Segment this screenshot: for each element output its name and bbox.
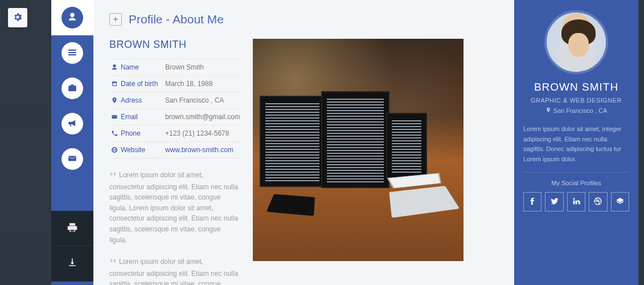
nav-resume[interactable] bbox=[51, 35, 93, 71]
envelope-icon bbox=[109, 113, 120, 120]
avatar bbox=[544, 10, 608, 74]
quote-icon bbox=[109, 170, 117, 182]
info-row-email: Email brown.smith@gmail.com bbox=[109, 109, 240, 125]
person-icon bbox=[109, 64, 120, 71]
linkedin-icon bbox=[572, 197, 581, 207]
social-dribbble[interactable] bbox=[589, 192, 607, 211]
social-twitter[interactable] bbox=[545, 192, 563, 211]
nav-portfolio[interactable] bbox=[51, 71, 93, 106]
person-icon bbox=[67, 12, 77, 24]
nav-contact[interactable] bbox=[51, 141, 93, 177]
sidebar-name: BROWN SMITH bbox=[523, 81, 629, 93]
info-row-phone: Phone +123 (21) 1234-5678 bbox=[109, 125, 240, 142]
briefcase-icon bbox=[67, 83, 77, 95]
workspace-photo bbox=[253, 39, 463, 261]
profile-sidebar: BROWN SMITH GRAPHIC & WEB DESIGNER San F… bbox=[514, 0, 638, 285]
info-row-name: Name Brown Smith bbox=[109, 59, 240, 76]
social-profiles-title: My Social Profiles bbox=[523, 180, 629, 186]
phone-icon bbox=[109, 130, 120, 137]
nav-profile[interactable] bbox=[51, 0, 93, 35]
website-link[interactable]: www.brown-smith.com bbox=[165, 146, 233, 154]
quote-icon bbox=[109, 257, 117, 268]
nav-blog[interactable] bbox=[51, 106, 93, 141]
page-title: + Profile - About Me bbox=[109, 13, 498, 26]
pin-icon bbox=[545, 107, 551, 114]
facebook-icon bbox=[528, 197, 537, 207]
print-icon bbox=[67, 222, 78, 235]
envelope-icon bbox=[67, 153, 77, 165]
print-button[interactable] bbox=[51, 211, 93, 246]
info-row-website: Website www.brown-smith.com bbox=[109, 142, 240, 158]
settings-button[interactable] bbox=[8, 8, 27, 27]
globe-icon bbox=[109, 146, 120, 153]
social-linkedin[interactable] bbox=[567, 192, 585, 211]
info-row-address: Adress San Francisco , CA bbox=[109, 92, 240, 109]
download-button[interactable] bbox=[51, 246, 93, 282]
sidebar-bio: Lorem ipsum dolor sit amet, integer adip… bbox=[523, 124, 629, 173]
bio-paragraph-1: Lorem ipsum dolor sit amet, consectetur … bbox=[109, 170, 240, 245]
social-buttons bbox=[523, 192, 629, 211]
page-title-text: Profile - About Me bbox=[129, 13, 224, 26]
sidebar-location: San Francisco , CA bbox=[523, 107, 629, 114]
download-icon bbox=[67, 257, 78, 270]
sidebar-role: GRAPHIC & WEB DESIGNER bbox=[523, 97, 629, 104]
bio-paragraph-2: Lorem ipsum dolor sit amet, consectetur … bbox=[109, 256, 240, 285]
twitter-icon bbox=[550, 197, 559, 207]
content-area: + Profile - About Me BROWN SMITH Name Br… bbox=[93, 0, 514, 285]
dribbble-icon bbox=[593, 197, 602, 207]
social-stack[interactable] bbox=[611, 192, 629, 211]
pin-icon bbox=[109, 97, 120, 104]
calendar-icon bbox=[109, 80, 120, 87]
list-icon bbox=[67, 47, 77, 59]
megaphone-icon bbox=[67, 118, 77, 130]
profile-heading: BROWN SMITH bbox=[109, 39, 240, 51]
expand-icon[interactable]: + bbox=[109, 13, 122, 26]
gear-icon bbox=[13, 12, 23, 24]
social-facebook[interactable] bbox=[523, 192, 542, 211]
info-row-dob: Date of birth March 18, 1988 bbox=[109, 76, 240, 92]
layers-icon bbox=[616, 197, 625, 207]
